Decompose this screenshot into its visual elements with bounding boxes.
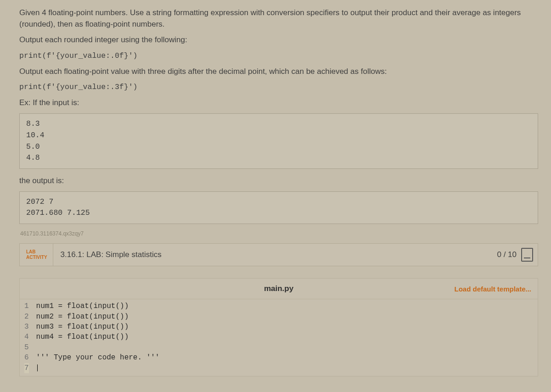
code-lines[interactable]: num1 = float(input())num2 = float(input(… [34, 299, 163, 376]
lab-score: 0 / 10 [497, 250, 517, 259]
code-editor[interactable]: 1234567 num1 = float(input())num2 = floa… [20, 299, 538, 376]
example-input-box: 8.3 10.4 5.0 4.8 [19, 113, 538, 169]
lab-label-line1: LAB [26, 249, 47, 255]
book-icon[interactable] [521, 248, 533, 262]
int-hint-code: print(f'{your_value:.0f}') [19, 50, 538, 62]
lab-activity-label: LAB ACTIVITY [20, 244, 53, 266]
lab-activity-header: LAB ACTIVITY 3.16.1: LAB: Simple statist… [19, 243, 538, 266]
float-hint-label: Output each floating-point value with th… [19, 66, 538, 78]
question-id: 461710.3116374.qx3zqy7 [20, 230, 538, 237]
load-default-template-link[interactable]: Load default template... [454, 285, 531, 293]
int-hint-label: Output each rounded integer using the fo… [19, 34, 538, 46]
line-number-gutter: 1234567 [20, 299, 34, 376]
float-hint-code: print(f'{your_value:.3f}') [19, 82, 538, 93]
lab-activity-title: 3.16.1: LAB: Simple statistics [53, 244, 493, 266]
code-editor-panel: main.py Load default template... 1234567… [19, 278, 538, 376]
example-output-box: 2072 7 2071.680 7.125 [19, 191, 538, 224]
example-input-label: Ex: If the input is: [19, 97, 538, 109]
editor-filename: main.py [264, 284, 293, 293]
example-output-label: the output is: [19, 175, 538, 187]
problem-statement: Given 4 floating-point numbers. Use a st… [19, 7, 538, 30]
lab-label-line2: ACTIVITY [26, 255, 47, 261]
